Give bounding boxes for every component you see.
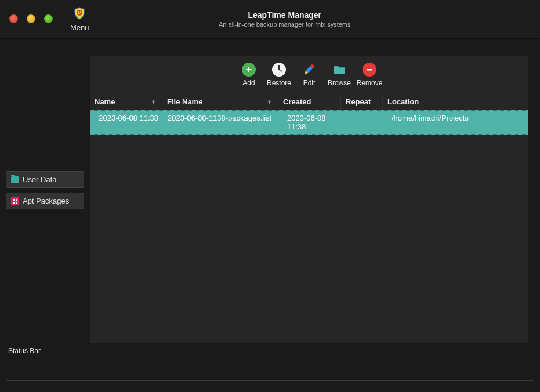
svg-rect-4 bbox=[16, 199, 17, 201]
main-panel: + Add Restore Edit Browse bbox=[90, 38, 540, 342]
column-header-file-name[interactable]: File Name ▼ bbox=[162, 94, 278, 110]
header-label: File Name bbox=[167, 97, 202, 106]
svg-rect-5 bbox=[13, 202, 15, 204]
column-header-name[interactable]: Name ▼ bbox=[90, 94, 162, 110]
app-title: LeapTime Manager bbox=[99, 10, 470, 20]
minimize-window-icon[interactable] bbox=[27, 14, 35, 23]
sidebar-item-apt-packages[interactable]: Apt Packages bbox=[6, 193, 84, 209]
title-block: LeapTime Manager An all-in-one backup ma… bbox=[99, 10, 540, 28]
minus-icon bbox=[363, 63, 376, 77]
edit-button[interactable]: Edit bbox=[295, 61, 324, 88]
maximize-window-icon[interactable] bbox=[44, 14, 53, 23]
cell-repeat bbox=[342, 112, 383, 133]
column-header-repeat[interactable]: Repeat bbox=[341, 94, 383, 110]
remove-button[interactable]: Remove bbox=[355, 61, 384, 88]
close-window-icon[interactable] bbox=[9, 14, 18, 23]
package-icon bbox=[11, 197, 19, 205]
folder-open-icon bbox=[332, 63, 346, 77]
tool-label: Browse bbox=[328, 79, 351, 87]
svg-rect-6 bbox=[16, 202, 17, 204]
toolbar: + Add Restore Edit Browse bbox=[90, 56, 528, 94]
backup-table: Name ▼ File Name ▼ Created Repeat Locati bbox=[90, 94, 528, 135]
restore-button[interactable]: Restore bbox=[264, 61, 293, 88]
chevron-down-icon: ▼ bbox=[267, 99, 272, 105]
cell-name: 2023-06-08 11:38 bbox=[90, 112, 163, 133]
table-row[interactable]: 2023-06-08 11:38 2023-06-08-1138-package… bbox=[90, 110, 528, 135]
app-subtitle: An all-in-one backup manager for *nix sy… bbox=[99, 21, 470, 28]
status-bar bbox=[6, 351, 534, 381]
clock-icon bbox=[272, 63, 286, 77]
body-area: User Data Apt Packages + Add Restore bbox=[0, 38, 540, 342]
browse-button[interactable]: Browse bbox=[325, 61, 354, 88]
menu-label: Menu bbox=[70, 23, 89, 32]
status-area: Status Bar bbox=[0, 342, 540, 387]
cell-created: 2023-06-08 11:38 bbox=[279, 112, 342, 133]
add-button[interactable]: + Add bbox=[234, 61, 263, 88]
svg-rect-8 bbox=[367, 69, 372, 71]
content-card: + Add Restore Edit Browse bbox=[90, 56, 528, 343]
header-label: Location bbox=[387, 97, 419, 106]
menu-button[interactable]: Menu bbox=[53, 0, 99, 38]
header-label: Repeat bbox=[346, 97, 371, 106]
window-controls bbox=[0, 14, 53, 23]
chevron-down-icon: ▼ bbox=[151, 99, 156, 105]
sidebar-item-label: Apt Packages bbox=[23, 197, 69, 205]
header-label: Name bbox=[95, 97, 115, 106]
tool-label: Remove bbox=[357, 79, 383, 87]
sidebar-item-label: User Data bbox=[23, 175, 57, 184]
cell-location: /home/himadri/Projects bbox=[383, 112, 528, 133]
status-bar-label: Status Bar bbox=[6, 347, 43, 355]
tool-label: Edit bbox=[303, 79, 316, 87]
shield-icon bbox=[73, 6, 86, 22]
tool-label: Add bbox=[242, 79, 255, 87]
titlebar: Menu LeapTime Manager An all-in-one back… bbox=[0, 0, 540, 38]
tool-label: Restore bbox=[267, 79, 291, 87]
column-header-created[interactable]: Created bbox=[278, 94, 341, 110]
sidebar-item-user-data[interactable]: User Data bbox=[6, 171, 84, 188]
pencil-icon bbox=[302, 63, 316, 77]
table-header: Name ▼ File Name ▼ Created Repeat Locati bbox=[90, 94, 528, 110]
folder-icon bbox=[11, 176, 19, 183]
cell-file-name: 2023-06-08-1138-packages.list bbox=[163, 112, 279, 133]
plus-icon: + bbox=[242, 63, 256, 77]
sidebar: User Data Apt Packages bbox=[0, 38, 90, 342]
svg-rect-3 bbox=[13, 199, 15, 201]
column-header-location[interactable]: Location bbox=[383, 94, 528, 110]
header-label: Created bbox=[283, 97, 311, 106]
